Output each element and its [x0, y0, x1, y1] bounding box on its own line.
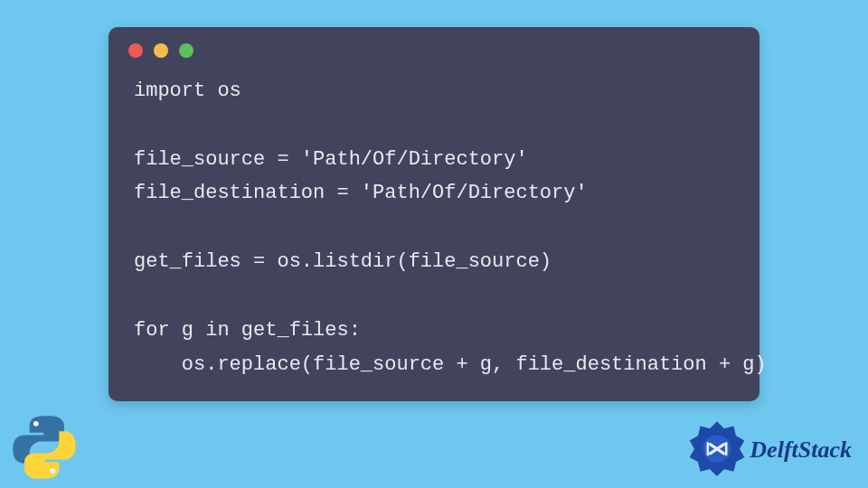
- python-logo-icon: [9, 412, 80, 483]
- svg-point-0: [33, 421, 39, 427]
- brand-name: DelftStack: [750, 436, 852, 464]
- code-window: import os file_source = 'Path/Of/Directo…: [108, 27, 760, 401]
- code-block: import os file_source = 'Path/Of/Directo…: [108, 58, 760, 381]
- close-dot-icon: [128, 43, 143, 58]
- maximize-dot-icon: [179, 43, 193, 58]
- minimize-dot-icon: [154, 43, 168, 58]
- delftstack-branding: DelftStack: [688, 421, 852, 479]
- window-controls: [108, 27, 760, 58]
- svg-point-1: [50, 468, 55, 474]
- delftstack-logo-icon: [688, 421, 746, 479]
